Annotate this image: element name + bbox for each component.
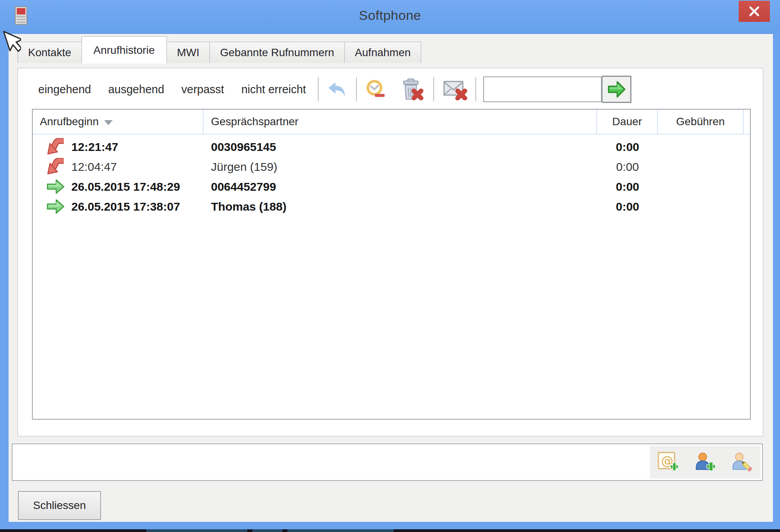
call-duration: 0:00 <box>597 200 658 213</box>
call-rows: 12:21:4700309651450:0012:04:47Jürgen (15… <box>33 135 750 216</box>
mail-delete-icon <box>443 78 468 100</box>
softphone-window: Softphone Kontakte Anrufhistorie MWI Geb… <box>0 0 780 529</box>
call-partner: 0030965145 <box>204 140 597 154</box>
number-input[interactable] <box>12 444 648 480</box>
window-close-button[interactable] <box>739 1 770 22</box>
column-header-gespraechspartner[interactable]: Gesprächspartner <box>204 110 597 134</box>
schliessen-button[interactable]: Schliessen <box>18 491 101 520</box>
search-input[interactable] <box>483 76 602 102</box>
call-start: 26.05.2015 17:38:07 <box>71 200 180 213</box>
call-duration: 0:00 <box>597 160 658 174</box>
filter-ausgehend[interactable]: ausgehend <box>108 83 164 96</box>
tab-bar: Kontakte Anrufhistorie MWI Gebannte Rufn… <box>18 40 421 63</box>
edit-contact-icon <box>732 452 753 473</box>
clock-delete-icon <box>365 79 387 99</box>
outgoing-call-icon <box>46 178 65 195</box>
column-header-dauer[interactable]: Dauer <box>597 110 658 134</box>
filter-verpasst[interactable]: verpasst <box>181 83 224 96</box>
titlebar[interactable]: Softphone <box>0 0 780 34</box>
delete-voicemail-button[interactable] <box>443 76 468 102</box>
toolbar-separator <box>318 77 319 101</box>
tab-aufnahmen[interactable]: Aufnahmen <box>344 42 421 63</box>
number-entry-box: @ <box>12 443 763 481</box>
tab-gebannte-rufnummern[interactable]: Gebannte Rufnummern <box>209 42 345 63</box>
close-icon <box>748 5 760 17</box>
call-history-toolbar: eingehend ausgehend verpasst nicht errei… <box>18 71 763 107</box>
call-row[interactable]: 26.05.2015 17:48:2900644527990:00 <box>33 177 750 197</box>
add-email-contact-button[interactable]: @ <box>658 452 679 473</box>
go-arrow-icon <box>606 79 626 99</box>
delete-old-entries-button[interactable] <box>363 76 389 102</box>
toolbar-separator <box>356 77 357 101</box>
call-duration: 0:00 <box>597 140 658 154</box>
column-header-gebuehren[interactable]: Gebühren <box>658 110 744 134</box>
add-contact-button[interactable] <box>695 452 716 473</box>
add-contact-icon <box>695 452 716 473</box>
column-header-filler <box>744 110 750 134</box>
call-start: 26.05.2015 17:48:29 <box>71 180 180 193</box>
filter-nicht-erreicht[interactable]: nicht erreicht <box>241 83 306 96</box>
call-row[interactable]: 12:04:47Jürgen (159)0:00 <box>33 157 750 177</box>
incoming-call-icon <box>46 138 65 156</box>
mouse-cursor <box>0 29 21 58</box>
call-start: 12:21:47 <box>71 140 118 154</box>
outgoing-call-icon <box>46 198 65 215</box>
call-history-page: eingehend ausgehend verpasst nicht errei… <box>18 68 763 436</box>
call-partner: 0064452799 <box>204 180 597 193</box>
taskbar-strip <box>0 529 780 532</box>
edit-contact-button[interactable] <box>732 452 753 473</box>
undo-button[interactable] <box>324 76 350 102</box>
toolbar-separator <box>475 77 476 101</box>
filter-eingehend[interactable]: eingehend <box>38 83 91 96</box>
window-bottom-border <box>0 522 780 529</box>
call-row[interactable]: 26.05.2015 17:38:07Thomas (188)0:00 <box>33 197 750 216</box>
sort-desc-icon <box>104 120 113 125</box>
tab-kontakte[interactable]: Kontakte <box>18 42 82 63</box>
table-header: Anrufbeginn Gesprächspartner Dauer Gebüh… <box>33 110 750 135</box>
tab-anrufhistorie[interactable]: Anrufhistorie <box>82 36 167 64</box>
search-go-button[interactable] <box>602 76 631 103</box>
delete-list-button[interactable] <box>399 76 425 102</box>
call-partner: Thomas (188) <box>204 200 597 213</box>
add-email-contact-icon: @ <box>658 452 679 473</box>
contact-actions-panel: @ <box>650 446 760 479</box>
toolbar-separator <box>433 77 434 101</box>
call-partner: Jürgen (159) <box>204 160 597 174</box>
incoming-call-icon <box>46 158 65 176</box>
window-title: Softphone <box>0 8 780 23</box>
call-history-table: Anrufbeginn Gesprächspartner Dauer Gebüh… <box>32 109 751 420</box>
trash-delete-icon <box>400 78 424 101</box>
tab-mwi[interactable]: MWI <box>167 42 210 63</box>
window-content: Kontakte Anrufhistorie MWI Gebannte Rufn… <box>9 34 773 522</box>
call-row[interactable]: 12:21:4700309651450:00 <box>33 137 750 157</box>
column-header-anrufbeginn[interactable]: Anrufbeginn <box>33 110 204 134</box>
undo-icon <box>327 80 347 98</box>
call-duration: 0:00 <box>597 180 658 193</box>
call-start: 12:04:47 <box>71 160 117 174</box>
